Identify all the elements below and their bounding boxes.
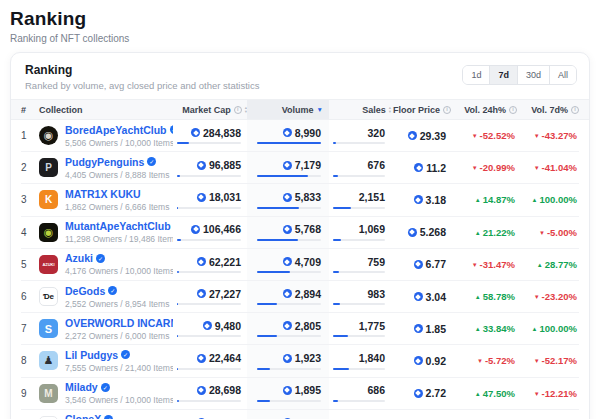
rank-cell: 5 [21,259,39,270]
vol-24h-cell: ▲33.84% [451,323,517,334]
collection-name-link[interactable]: DeGods [65,285,105,297]
collection-avatar: ♟ [39,351,58,370]
verified-badge-icon: ✓ [147,157,156,166]
volume-cell-bar [257,303,321,305]
sales-cell-value: 686 [367,384,385,396]
vol-24h-cell: ▼-20.99% [451,162,517,173]
sales-cell: 320 [329,127,391,145]
market-cap-cell-bar [177,142,241,144]
sales-cell-value: 676 [367,159,385,171]
sales-cell: 1,840 [329,352,391,370]
info-icon[interactable]: i [509,106,517,114]
collection-name-line: CloneX✓ [65,413,173,419]
vol-24h-cell: ▲58.78% [451,291,517,302]
collection-avatar: P [39,158,58,177]
header-vol-7d[interactable]: Vol. 7d% i [517,105,579,115]
volume-cell-value: 5,833 [283,191,321,203]
volume-cell: 5,833 [247,184,329,215]
floor-price-value: 3.04 [414,291,446,303]
table-row[interactable]: 8♟Lil Pudgys✓7,555 Owners / 21,400 Items… [21,345,579,377]
vol-7d-cell: ▼-12.21% [517,388,579,399]
volume-cell: 5,768 [247,217,329,248]
eth-icon [197,193,206,202]
collection-name-line: MutantApeYachtClub✓ [65,220,173,232]
header-floor-price[interactable]: Floor Price i [391,105,451,115]
header-market-cap[interactable]: Market Cap i ▴▾ [173,105,247,115]
collection-name-link[interactable]: MATR1X KUKU [65,188,141,200]
volume-cell-bar [257,207,321,209]
collection-name-link[interactable]: OVERWORLD INCARNA [65,317,173,329]
filter-button-7d[interactable]: 7d [489,66,517,84]
collection-name-link[interactable]: BoredApeYachtClub [65,124,167,136]
market-cap-cell-value: 106,466 [191,223,241,235]
sales-cell-bar [333,335,385,337]
volume-cell: 2,805 [247,313,329,344]
collection-name-link[interactable]: MutantApeYachtClub [65,220,171,232]
table-row[interactable]: 3KMATR1X KUKU1,862 Owners / 6,666 Items1… [21,184,579,216]
table-row[interactable]: 4◉MutantApeYachtClub✓11,298 Owners / 19,… [21,217,579,249]
table-row[interactable]: 2PPudgyPenguins✓4,405 Owners / 8,888 Ite… [21,152,579,184]
header-collection: Collection [39,105,173,115]
collection-name-link[interactable]: PudgyPenguins [65,156,144,168]
rank-cell: 2 [21,162,39,173]
sales-cell-bar [333,271,385,273]
sales-cell: 2,151 [329,191,391,209]
header-volume[interactable]: Volume ▼ [247,100,329,119]
table-row[interactable]: 10➤CloneX✓9,671 Owners / 19,518 Items28,… [21,410,579,419]
collection-text: MATR1X KUKU1,862 Owners / 6,666 Items [65,188,169,212]
floor-price-value: 3.18 [414,194,446,206]
collection-name-line: Milady✓ [65,381,173,393]
header-rank: # [21,105,39,115]
volume-cell-value: 5,768 [283,223,321,235]
owners-items-label: 4,176 Owners / 10,000 Items [65,266,173,276]
volume-cell-bar [257,142,321,144]
vol-24h-cell: ▲14.87% [451,194,517,205]
collection-name-link[interactable]: CloneX [65,413,101,419]
collection-name-link[interactable]: Milady [65,381,98,393]
collection-name-line: BoredApeYachtClub✓ [65,124,173,136]
market-cap-cell-bar [177,368,241,370]
market-cap-cell: 27,227 [173,288,247,306]
floor-price-value: 5.268 [408,226,446,238]
filter-button-1d[interactable]: 1d [463,66,489,84]
filter-button-30d[interactable]: 30d [517,66,549,84]
sales-cell-value: 759 [367,256,385,268]
table-row[interactable]: 5AZUKIAzuki✓4,176 Owners / 10,000 Items6… [21,249,579,281]
eth-icon [283,257,292,266]
triangle-down-icon: ▼ [539,230,545,236]
collection-text: BoredApeYachtClub✓5,506 Owners / 10,000 … [65,124,173,148]
owners-items-label: 4,405 Owners / 8,888 Items [65,170,169,180]
collection-name-link[interactable]: Azuki [65,252,93,264]
market-cap-cell-value: 284,838 [191,127,241,139]
sales-cell-bar [333,368,385,370]
info-icon[interactable]: i [571,106,579,114]
eth-icon [414,163,423,172]
collection-avatar: Ɗe [39,287,58,306]
collection-name-link[interactable]: Lil Pudgys [65,349,118,361]
market-cap-cell: 284,838 [173,127,247,145]
collection-text: Azuki✓4,176 Owners / 10,000 Items [65,252,173,276]
filter-button-all[interactable]: All [549,66,576,84]
info-icon[interactable]: i [234,106,242,114]
table-row[interactable]: 9MMilady✓3,546 Owners / 10,000 Items28,6… [21,378,579,410]
eth-icon [197,354,206,363]
volume-cell-value: 4,709 [283,256,321,268]
eth-icon [414,260,423,269]
collection-name-line: Azuki✓ [65,252,173,264]
table-row[interactable]: 6ƊeDeGods✓2,552 Owners / 8,954 Items27,2… [21,281,579,313]
eth-icon [283,321,292,330]
info-icon[interactable]: i [443,106,451,114]
sort-desc-icon[interactable]: ▼ [317,106,323,113]
sales-cell: 676 [329,159,391,177]
sales-cell-bar [333,303,385,305]
header-sales[interactable]: Sales ▴▾ [329,105,391,115]
vol-24h-cell: ▼-5.72% [451,355,517,366]
market-cap-cell-bar [177,207,241,209]
table-row[interactable]: 7SOVERWORLD INCARNA2,272 Owners / 6,000 … [21,313,579,345]
floor-price-cell: 3.04 [391,291,451,303]
floor-price-cell: 2.72 [391,387,451,399]
table-row[interactable]: 1◉BoredApeYachtClub✓5,506 Owners / 10,00… [21,120,579,152]
header-vol-24h[interactable]: Vol. 24h% i [451,105,517,115]
volume-cell: 1,895 [247,378,329,409]
collection-text: Lil Pudgys✓7,555 Owners / 21,400 Items [65,349,173,373]
